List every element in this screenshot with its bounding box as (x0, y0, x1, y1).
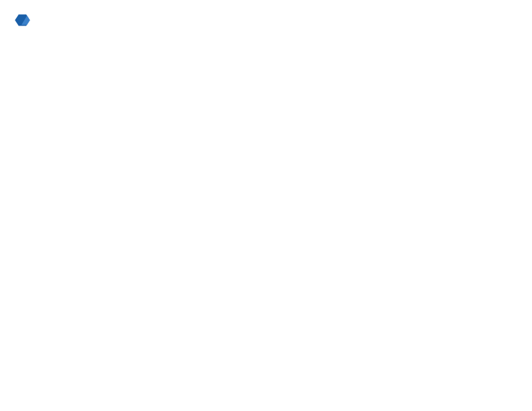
logo-icon (12, 11, 31, 30)
page-header (11, 11, 521, 30)
logo (11, 11, 31, 30)
